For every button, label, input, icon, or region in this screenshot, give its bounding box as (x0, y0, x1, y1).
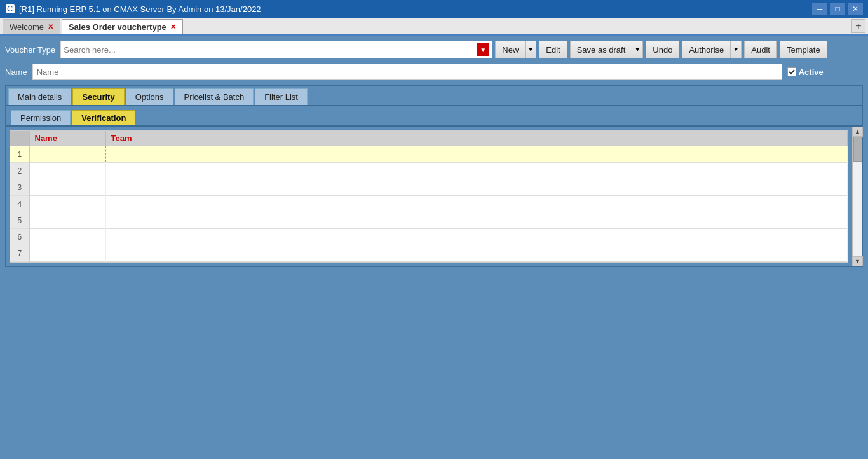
active-checkbox[interactable] (787, 67, 796, 76)
team-cell[interactable] (105, 229, 848, 245)
name-cell[interactable] (29, 196, 105, 212)
table-row[interactable]: 1 (10, 146, 848, 163)
tab-filter-list[interactable]: Filter List (255, 88, 308, 105)
sub-tab-permission[interactable]: Permission (11, 110, 71, 125)
edit-button[interactable]: Edit (539, 41, 567, 58)
table-row[interactable]: 7 (10, 245, 848, 262)
table-row[interactable]: 6 (10, 229, 848, 245)
window-controls: ─ □ ✕ (812, 3, 863, 15)
sub-tab-verification[interactable]: Verification (72, 110, 135, 125)
maximize-button[interactable]: □ (830, 3, 845, 15)
col-header-team: Team (105, 131, 848, 146)
row-num-cell: 5 (10, 212, 29, 229)
tab-bar: Welcome ✕ Sales Order vouchertype ✕ + (0, 18, 868, 36)
name-cell[interactable] (29, 245, 105, 262)
col-header-rownum (10, 131, 29, 146)
active-label: Active (799, 67, 824, 77)
sub-tabs: Permission Verification (6, 106, 862, 127)
new-button[interactable]: New (495, 41, 525, 58)
name-cell[interactable] (29, 212, 105, 229)
authorise-group: Authorise ▼ (682, 41, 742, 58)
tab-filter-list-label: Filter List (264, 92, 298, 102)
authorise-button[interactable]: Authorise (682, 41, 730, 58)
undo-button[interactable]: Undo (646, 41, 679, 58)
content-panel: Main details Security Options Pricelist … (5, 85, 863, 267)
close-button[interactable]: ✕ (848, 3, 863, 15)
tab-welcome-close[interactable]: ✕ (48, 24, 53, 31)
tab-pricelist-batch[interactable]: Pricelist & Batch (175, 88, 254, 105)
name-input[interactable] (32, 64, 782, 80)
scroll-track (853, 137, 862, 256)
team-cell[interactable] (105, 163, 848, 179)
team-cell[interactable] (105, 196, 848, 212)
name-cell[interactable] (29, 146, 105, 163)
active-checkbox-group: Active (787, 67, 824, 77)
title-bar: C [R1] Running ERP 5.1 on CMAX Server By… (0, 0, 868, 18)
minimize-button[interactable]: ─ (812, 3, 827, 15)
template-button[interactable]: Template (780, 41, 827, 58)
tab-options-label: Options (135, 92, 164, 102)
row-num-cell: 2 (10, 163, 29, 179)
app-icon: C (5, 4, 15, 14)
tab-security[interactable]: Security (72, 88, 124, 105)
name-cell[interactable] (29, 229, 105, 245)
row-num-cell: 7 (10, 245, 29, 262)
tab-security-label: Security (82, 92, 114, 102)
search-dropdown-button[interactable]: ▼ (477, 43, 489, 56)
team-cell[interactable] (105, 179, 848, 196)
team-cell[interactable] (105, 245, 848, 262)
col-header-name: Name (29, 131, 105, 146)
table-container: Name Team 1234567 (10, 130, 848, 263)
row-num-cell: 6 (10, 229, 29, 245)
row-num-cell: 3 (10, 179, 29, 196)
table-row[interactable]: 4 (10, 196, 848, 212)
save-as-draft-group: Save as draft ▼ (570, 41, 644, 58)
tab-main-details-label: Main details (18, 92, 62, 102)
tab-main-details[interactable]: Main details (8, 88, 71, 105)
name-row: Name Active (5, 64, 863, 80)
vertical-scrollbar[interactable]: ▲ ▼ (852, 127, 862, 266)
tab-welcome[interactable]: Welcome ✕ (3, 19, 60, 34)
save-as-draft-button[interactable]: Save as draft (570, 41, 632, 58)
sub-tab-permission-label: Permission (20, 113, 61, 123)
main-content: Voucher Type ▼ New ▼ Edit Save as draft … (0, 36, 868, 272)
toolbar: Voucher Type ▼ New ▼ Edit Save as draft … (5, 41, 863, 58)
scroll-thumb[interactable] (853, 137, 862, 162)
team-cell[interactable] (105, 212, 848, 229)
tab-pricelist-batch-label: Pricelist & Batch (184, 92, 245, 102)
authorise-dropdown[interactable]: ▼ (730, 41, 742, 58)
table-row[interactable]: 2 (10, 163, 848, 179)
sub-tab-verification-label: Verification (81, 113, 126, 123)
tab-sales-order[interactable]: Sales Order vouchertype ✕ (62, 19, 183, 34)
new-dropdown-button[interactable]: ▼ (525, 41, 536, 58)
save-as-draft-dropdown[interactable]: ▼ (632, 41, 643, 58)
tab-welcome-label: Welcome (10, 22, 44, 32)
search-container: ▼ (60, 41, 492, 58)
row-num-cell: 1 (10, 146, 29, 163)
new-button-group: New ▼ (495, 41, 536, 58)
tab-options[interactable]: Options (126, 88, 173, 105)
table-row[interactable]: 5 (10, 212, 848, 229)
add-tab-button[interactable]: + (851, 19, 865, 33)
scroll-up-button[interactable]: ▲ (853, 127, 863, 137)
scroll-down-button[interactable]: ▼ (853, 256, 863, 266)
title-bar-text: [R1] Running ERP 5.1 on CMAX Server By A… (19, 4, 812, 14)
data-table: Name Team 1234567 (10, 131, 848, 262)
main-tabs: Main details Security Options Pricelist … (6, 86, 862, 106)
table-row[interactable]: 3 (10, 179, 848, 196)
tab-sales-order-label: Sales Order vouchertype (69, 22, 166, 32)
name-cell[interactable] (29, 163, 105, 179)
search-input[interactable] (64, 45, 477, 55)
svg-text:C: C (7, 4, 13, 13)
team-cell[interactable] (105, 146, 848, 163)
name-label: Name (5, 67, 27, 77)
row-num-cell: 4 (10, 196, 29, 212)
table-scroll-container: Name Team 1234567 ▲ ▼ (6, 127, 862, 266)
tab-sales-order-close[interactable]: ✕ (170, 24, 176, 31)
audit-button[interactable]: Audit (744, 41, 777, 58)
name-cell[interactable] (29, 179, 105, 196)
voucher-type-label: Voucher Type (5, 45, 55, 55)
